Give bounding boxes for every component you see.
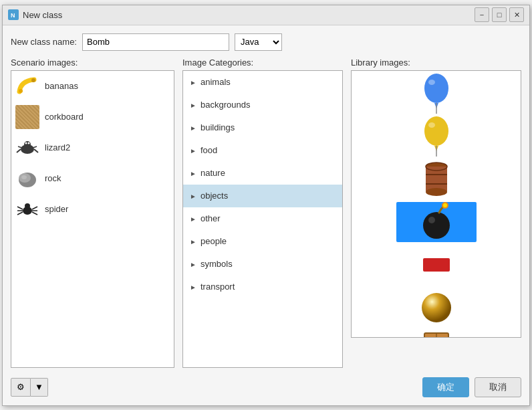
- category-item-buildings[interactable]: ► buildings: [183, 116, 342, 139]
- minimize-button[interactable]: −: [475, 7, 489, 22]
- scenario-item-lizard2[interactable]: lizard2: [11, 132, 174, 163]
- scenario-name-corkboard: corkboard: [45, 112, 84, 122]
- category-item-people[interactable]: ► people: [183, 230, 342, 253]
- content-area: New class name: Java Stride Python Scena…: [3, 25, 529, 405]
- cancel-button[interactable]: 取消: [475, 377, 521, 397]
- svg-point-28: [428, 122, 435, 128]
- category-item-symbols[interactable]: ► symbols: [183, 253, 342, 276]
- library-grid[interactable]: [351, 70, 521, 338]
- confirm-button[interactable]: 确定: [422, 377, 469, 397]
- category-item-nature[interactable]: ► nature: [183, 162, 342, 185]
- expand-arrow-symbols: ►: [190, 261, 196, 268]
- category-name-animals: animals: [201, 77, 231, 87]
- svg-point-37: [423, 212, 450, 239]
- category-name-other: other: [201, 213, 221, 223]
- library-item-yellow-balloon[interactable]: [396, 116, 477, 157]
- scenario-item-rock[interactable]: rock: [11, 163, 174, 194]
- svg-line-20: [32, 207, 37, 209]
- panels-row: Scenario images: bananas: [11, 58, 521, 368]
- library-item-bomb[interactable]: [396, 202, 477, 242]
- svg-line-9: [34, 149, 38, 152]
- close-button[interactable]: ✕: [509, 7, 524, 22]
- svg-point-14: [21, 175, 27, 179]
- library-item-blue-balloon[interactable]: [396, 74, 477, 114]
- svg-point-6: [25, 142, 27, 144]
- scenario-name-lizard2: lizard2: [45, 142, 70, 152]
- categories-panel-label: Image Categories:: [182, 58, 343, 68]
- title-bar: N New class − □ ✕: [3, 5, 529, 25]
- category-name-people: people: [201, 236, 227, 246]
- svg-point-24: [428, 80, 435, 85]
- scenario-item-spider[interactable]: spider: [11, 194, 174, 225]
- category-name-backgrounds: backgrounds: [201, 100, 250, 110]
- yellow-balloon-img: [416, 116, 456, 157]
- svg-point-16: [25, 203, 30, 209]
- library-item-red[interactable]: [396, 245, 477, 285]
- new-class-dialog: N New class − □ ✕ New class name: Java S…: [2, 5, 530, 406]
- gear-button[interactable]: ⚙: [11, 378, 31, 397]
- scenario-name-spider: spider: [45, 204, 68, 214]
- expand-arrow-animals: ►: [190, 79, 196, 86]
- rock-thumb: [15, 167, 39, 191]
- gold-ball-img: [416, 288, 456, 328]
- category-list[interactable]: ► animals ► backgrounds ► buildings ► fo…: [182, 70, 343, 368]
- svg-line-19: [17, 212, 23, 215]
- category-item-backgrounds[interactable]: ► backgrounds: [183, 94, 342, 116]
- svg-line-11: [33, 146, 37, 148]
- scenario-list[interactable]: bananas corkboard: [11, 70, 174, 368]
- scenario-name-rock: rock: [45, 173, 61, 183]
- category-name-symbols: symbols: [201, 259, 233, 269]
- svg-point-3: [31, 78, 35, 82]
- bottom-row: ⚙ ▼ 确定 取消: [11, 375, 521, 397]
- svg-point-5: [24, 141, 31, 148]
- scenario-panel: Scenario images: bananas: [11, 58, 174, 368]
- corkboard-thumb: [15, 105, 39, 129]
- category-name-nature: nature: [201, 168, 225, 178]
- library-item-barrel[interactable]: [396, 159, 477, 199]
- category-name-buildings: buildings: [201, 122, 235, 132]
- svg-point-23: [424, 74, 448, 103]
- expand-arrow-transport: ►: [190, 284, 196, 290]
- class-name-input[interactable]: [82, 33, 229, 51]
- expand-arrow-buildings: ►: [190, 124, 196, 131]
- action-buttons: 确定 取消: [422, 377, 521, 397]
- svg-point-38: [428, 217, 435, 223]
- svg-point-27: [424, 116, 448, 146]
- svg-point-7: [28, 142, 30, 144]
- expand-arrow-nature: ►: [190, 170, 196, 177]
- red-item-img: [416, 245, 456, 285]
- lizard2-thumb: [15, 136, 39, 160]
- category-name-transport: transport: [201, 282, 235, 292]
- library-item-gold-ball[interactable]: [396, 288, 477, 328]
- svg-line-17: [17, 207, 23, 209]
- category-item-food[interactable]: ► food: [183, 139, 342, 162]
- svg-point-40: [443, 203, 447, 207]
- gear-dropdown-button[interactable]: ▼: [31, 378, 48, 397]
- category-name-food: food: [201, 145, 217, 155]
- name-row: New class name: Java Stride Python: [11, 33, 521, 51]
- svg-text:N: N: [11, 12, 15, 19]
- scenario-panel-label: Scenario images:: [11, 58, 174, 68]
- maximize-button[interactable]: □: [492, 7, 507, 22]
- category-item-other[interactable]: ► other: [183, 207, 342, 230]
- category-item-transport[interactable]: ► transport: [183, 276, 342, 298]
- svg-point-41: [422, 293, 451, 322]
- bomb-img: [416, 202, 456, 242]
- scenario-item-bananas[interactable]: bananas: [11, 71, 174, 102]
- categories-panel: Image Categories: ► animals ► background…: [182, 58, 343, 368]
- svg-point-2: [19, 89, 23, 93]
- window-controls: − □ ✕: [475, 7, 524, 22]
- language-select[interactable]: Java Stride Python: [235, 33, 282, 51]
- svg-line-8: [17, 149, 21, 152]
- gear-icon: ⚙: [17, 382, 25, 392]
- expand-arrow-people: ►: [190, 238, 196, 245]
- library-item-elevator[interactable]: [396, 330, 477, 338]
- expand-arrow-other: ►: [190, 215, 196, 222]
- scenario-item-corkboard[interactable]: corkboard: [11, 102, 174, 132]
- library-panel-label: Library images:: [351, 58, 521, 68]
- category-item-objects[interactable]: ► objects: [183, 185, 342, 207]
- category-item-animals[interactable]: ► animals: [183, 71, 342, 94]
- library-panel: Library images:: [351, 58, 521, 368]
- category-name-objects: objects: [201, 191, 228, 201]
- barrel-img: [416, 159, 456, 199]
